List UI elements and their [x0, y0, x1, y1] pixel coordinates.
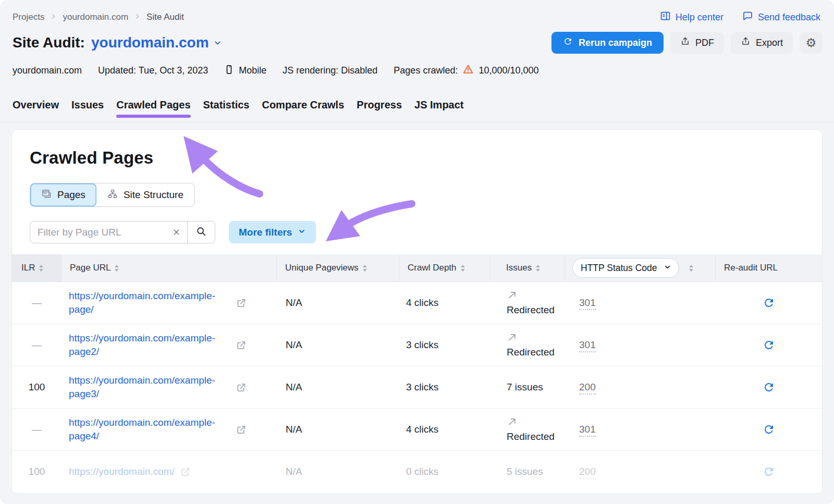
reaudit-button[interactable]	[763, 297, 775, 309]
column-header-page-url[interactable]: Page URL	[62, 254, 277, 281]
help-center-link[interactable]: Help center	[660, 10, 723, 24]
more-filters-label: More filters	[239, 227, 292, 238]
chevron-down-icon	[213, 34, 222, 51]
clear-icon[interactable]	[169, 228, 187, 237]
panel-heading: Crawled Pages	[30, 148, 822, 168]
http-status-link[interactable]: 301	[579, 424, 596, 437]
column-label: ILR	[21, 263, 35, 273]
sort-icon	[115, 265, 119, 272]
issues-value: Redirected	[507, 431, 565, 442]
column-header-issues[interactable]: Issues	[490, 254, 565, 281]
tab-progress[interactable]: Progress	[357, 99, 402, 122]
crawl-depth-value: 4 clicks	[399, 297, 490, 309]
external-link-icon[interactable]	[236, 298, 247, 309]
export-button[interactable]: Export	[731, 32, 793, 54]
upload-icon	[680, 36, 690, 49]
campaign-selector[interactable]: yourdomain.com	[91, 34, 222, 51]
reaudit-button[interactable]	[763, 339, 775, 351]
rerun-campaign-button[interactable]: Rerun campaign	[551, 32, 664, 54]
http-status-link[interactable]: 301	[579, 297, 596, 310]
meta-domain: yourdomain.com	[13, 65, 82, 76]
http-status-link[interactable]: 200	[579, 382, 596, 395]
breadcrumb-projects[interactable]: Projects	[13, 12, 44, 22]
site-audit-page: Projects yourdomain.com Site Audit Help …	[0, 0, 834, 504]
issues-value: 5 issues	[507, 466, 543, 477]
settings-button[interactable]: ⚙	[800, 32, 823, 54]
issues-cell: Redirected	[490, 290, 565, 316]
tab-js-impact[interactable]: JS Impact	[414, 99, 463, 122]
crawl-depth-value: 4 clicks	[399, 424, 490, 435]
page-url-link[interactable]: https://yourdomain.com/example-page2/	[69, 331, 230, 359]
column-label: Re-audit URL	[724, 263, 778, 273]
issues-value: Redirected	[507, 304, 565, 316]
external-link-icon[interactable]	[180, 466, 191, 477]
top-bar: Projects yourdomain.com Site Audit Help …	[0, 0, 834, 24]
pdf-button[interactable]: PDF	[670, 32, 724, 54]
toggle-pages-label: Pages	[57, 189, 85, 201]
sort-icon	[363, 265, 367, 272]
crawl-depth-value: 3 clicks	[399, 339, 490, 351]
send-feedback-link[interactable]: Send feedback	[742, 10, 820, 24]
reaudit-button[interactable]	[763, 381, 775, 394]
tab-bar: Overview Issues Crawled Pages Statistics…	[0, 78, 834, 122]
search-button[interactable]	[187, 222, 215, 243]
breadcrumb-site-audit[interactable]: Site Audit	[146, 12, 184, 22]
gear-icon: ⚙	[806, 37, 817, 49]
ilr-value: —	[12, 424, 62, 435]
table-row: — https://yourdomain.com/example-page/ N…	[12, 282, 822, 324]
rerun-campaign-label: Rerun campaign	[579, 38, 652, 48]
column-header-crawl-depth[interactable]: Crawl Depth	[399, 254, 490, 281]
column-header-ilr[interactable]: ILR	[12, 254, 62, 281]
page-url-link[interactable]: https://yourdomain.com/example-page3/	[69, 374, 230, 401]
unique-pageviews-value: N/A	[277, 466, 399, 477]
ilr-value: 100	[12, 466, 62, 477]
page-url-link[interactable]: https://yourdomain.com/	[69, 465, 175, 478]
status-cell: 301	[565, 339, 716, 351]
reaudit-button[interactable]	[763, 465, 775, 478]
more-filters-button[interactable]: More filters	[229, 221, 316, 243]
crawled-pages-panel: Crawled Pages Pages Site Structure More …	[11, 129, 823, 494]
issues-cell: 5 issues	[490, 466, 565, 477]
page-url-link[interactable]: https://yourdomain.com/example-page4/	[69, 416, 230, 443]
external-link-icon[interactable]	[236, 340, 247, 351]
breadcrumb-domain[interactable]: yourdomain.com	[63, 12, 128, 22]
filter-input[interactable]	[30, 227, 169, 238]
tab-overview[interactable]: Overview	[13, 99, 59, 122]
tab-issues[interactable]: Issues	[71, 99, 104, 122]
meta-device: Mobile	[224, 65, 266, 77]
external-link-icon[interactable]	[236, 382, 247, 393]
unique-pageviews-value: N/A	[277, 424, 399, 435]
tab-compare-crawls[interactable]: Compare Crawls	[262, 99, 344, 122]
page-url-link[interactable]: https://yourdomain.com/example-page/	[69, 289, 230, 316]
unique-pageviews-value: N/A	[277, 339, 399, 351]
title-bar: Site Audit: yourdomain.com Rerun campaig…	[0, 24, 834, 54]
meta-updated: Updated: Tue, Oct 3, 2023	[98, 65, 208, 76]
status-cell: 301	[565, 297, 716, 309]
tab-statistics[interactable]: Statistics	[203, 99, 250, 122]
external-link-icon[interactable]	[236, 424, 247, 435]
redirect-arrow-icon	[507, 416, 565, 430]
chevron-right-icon	[50, 12, 57, 22]
reaudit-cell	[716, 423, 822, 436]
toggle-pages[interactable]: Pages	[30, 183, 96, 206]
tab-crawled-pages[interactable]: Crawled Pages	[116, 99, 190, 122]
column-header-unique-pageviews[interactable]: Unique Pageviews	[277, 254, 399, 281]
page-title-label: Site Audit:	[13, 34, 85, 51]
issues-value: 7 issues	[507, 382, 543, 392]
http-status-link[interactable]: 301	[579, 339, 596, 352]
toggle-site-structure[interactable]: Site Structure	[96, 183, 194, 206]
export-label: Export	[756, 38, 783, 48]
mobile-phone-icon	[224, 65, 234, 77]
chevron-down-icon	[664, 263, 671, 274]
chevron-down-icon	[298, 227, 306, 238]
crawled-pages-table: ILR Page URL Unique Pageviews Crawl Dept…	[12, 254, 822, 493]
column-label: Issues	[506, 263, 532, 273]
http-status-filter-select[interactable]: HTTP Status Code	[572, 258, 679, 278]
ilr-value: 100	[12, 382, 62, 393]
sort-icon[interactable]	[689, 265, 693, 272]
reaudit-button[interactable]	[763, 423, 775, 436]
pdf-label: PDF	[695, 38, 714, 48]
table-row: — https://yourdomain.com/example-page4/ …	[12, 409, 822, 451]
http-status-link[interactable]: 200	[579, 466, 596, 479]
page-url-cell: https://yourdomain.com/	[62, 465, 277, 478]
